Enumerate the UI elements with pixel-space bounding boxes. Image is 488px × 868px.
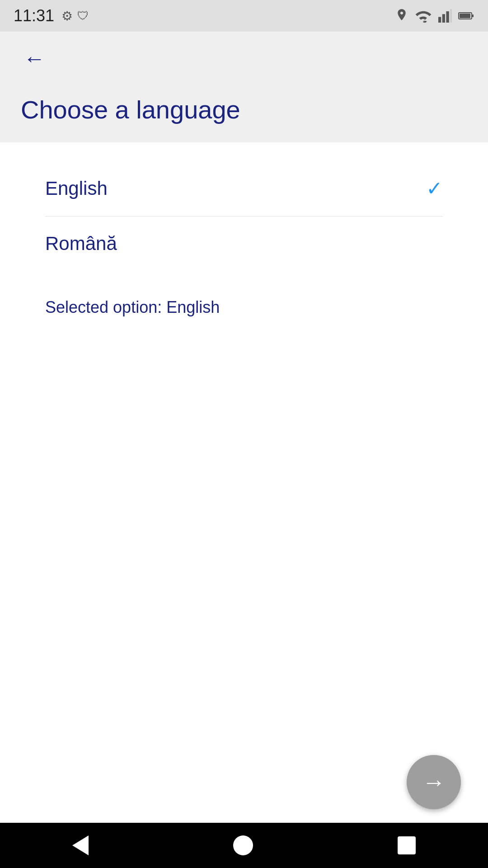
next-arrow-icon: → [422,769,446,796]
svg-rect-3 [450,9,452,23]
language-item-romana[interactable]: Română [45,217,443,271]
language-label-english: English [45,178,108,199]
svg-rect-6 [460,14,470,18]
status-bar: 11:31 ⚙ 🛡 [0,0,488,32]
battery-icon [458,10,474,21]
selected-option-text: Selected option: English [45,298,220,316]
nav-home-button[interactable] [233,835,253,855]
back-button[interactable]: ← [21,45,48,72]
language-item-english[interactable]: English ✓ [45,160,443,217]
fab-area: → [407,755,461,809]
nav-back-icon [72,835,89,855]
svg-rect-2 [446,11,449,23]
selected-option-area: Selected option: English [0,271,488,317]
shield-icon: 🛡 [77,9,89,23]
nav-recent-icon [398,836,416,854]
back-arrow-icon: ← [23,48,45,70]
language-list: English ✓ Română [0,160,488,271]
nav-home-icon [233,835,253,855]
checkmark-icon-english: ✓ [426,177,443,200]
language-label-romana: Română [45,233,117,255]
location-icon [395,8,408,24]
next-button[interactable]: → [407,755,461,809]
gear-icon: ⚙ [61,9,73,24]
signal-icon [438,9,452,23]
title-area: Choose a language [0,86,488,142]
svg-rect-5 [472,14,474,17]
status-time: 11:31 [14,6,54,25]
nav-back-button[interactable] [72,835,89,855]
header-area: ← [0,32,488,86]
nav-recent-button[interactable] [398,836,416,854]
content-area: English ✓ Română Selected option: Englis… [0,142,488,823]
nav-bar [0,823,488,868]
svg-rect-1 [442,14,445,23]
page-title: Choose a language [21,95,240,124]
svg-rect-0 [438,17,441,23]
wifi-icon [415,9,432,23]
